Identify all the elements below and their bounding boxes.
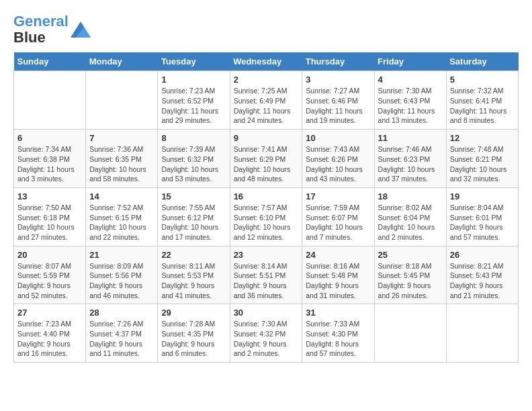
- day-detail: Sunrise: 8:14 AM Sunset: 5:51 PM Dayligh…: [234, 261, 299, 301]
- day-number: 29: [161, 308, 226, 318]
- calendar-cell: 31Sunrise: 7:33 AM Sunset: 4:30 PM Dayli…: [302, 304, 374, 363]
- week-row-2: 6Sunrise: 7:34 AM Sunset: 6:38 PM Daylig…: [14, 130, 519, 188]
- calendar-cell: 3Sunrise: 7:27 AM Sunset: 6:46 PM Daylig…: [302, 71, 374, 130]
- logo: GeneralBlue: [13, 13, 91, 46]
- day-header-sunday: Sunday: [14, 52, 86, 71]
- day-detail: Sunrise: 7:36 AM Sunset: 6:35 PM Dayligh…: [89, 144, 154, 184]
- day-detail: Sunrise: 7:43 AM Sunset: 6:26 PM Dayligh…: [306, 144, 370, 184]
- day-number: 5: [450, 75, 515, 85]
- calendar-cell: 24Sunrise: 8:16 AM Sunset: 5:48 PM Dayli…: [302, 246, 374, 304]
- day-detail: Sunrise: 8:07 AM Sunset: 5:59 PM Dayligh…: [17, 261, 82, 301]
- week-row-3: 13Sunrise: 7:50 AM Sunset: 6:18 PM Dayli…: [14, 187, 519, 246]
- day-number: 1: [161, 75, 226, 85]
- day-detail: Sunrise: 7:27 AM Sunset: 6:46 PM Dayligh…: [306, 86, 370, 126]
- day-detail: Sunrise: 7:48 AM Sunset: 6:21 PM Dayligh…: [450, 144, 515, 184]
- day-number: 20: [17, 250, 82, 260]
- day-header-friday: Friday: [374, 52, 446, 71]
- day-detail: Sunrise: 7:23 AM Sunset: 4:40 PM Dayligh…: [17, 319, 82, 359]
- day-number: 3: [306, 75, 370, 85]
- day-header-tuesday: Tuesday: [158, 52, 230, 71]
- calendar-cell: 26Sunrise: 8:21 AM Sunset: 5:43 PM Dayli…: [446, 246, 518, 304]
- day-number: 24: [306, 250, 370, 260]
- day-detail: Sunrise: 7:50 AM Sunset: 6:18 PM Dayligh…: [17, 203, 82, 242]
- day-detail: Sunrise: 7:52 AM Sunset: 6:15 PM Dayligh…: [89, 203, 154, 242]
- day-number: 6: [17, 133, 82, 143]
- day-detail: Sunrise: 8:16 AM Sunset: 5:48 PM Dayligh…: [306, 261, 370, 301]
- day-number: 27: [17, 308, 82, 318]
- day-number: 17: [306, 191, 370, 201]
- day-detail: Sunrise: 7:59 AM Sunset: 6:07 PM Dayligh…: [306, 203, 370, 242]
- day-number: 30: [234, 308, 299, 318]
- day-detail: Sunrise: 7:26 AM Sunset: 4:37 PM Dayligh…: [89, 319, 154, 359]
- day-detail: Sunrise: 7:41 AM Sunset: 6:29 PM Dayligh…: [234, 144, 299, 184]
- day-number: 28: [89, 308, 154, 318]
- week-row-5: 27Sunrise: 7:23 AM Sunset: 4:40 PM Dayli…: [14, 304, 519, 363]
- day-number: 16: [234, 191, 299, 201]
- day-detail: Sunrise: 7:33 AM Sunset: 4:30 PM Dayligh…: [306, 319, 370, 359]
- calendar-cell: 9Sunrise: 7:41 AM Sunset: 6:29 PM Daylig…: [230, 130, 302, 188]
- day-number: 10: [306, 133, 370, 143]
- calendar-cell: 27Sunrise: 7:23 AM Sunset: 4:40 PM Dayli…: [14, 304, 86, 363]
- day-detail: Sunrise: 7:57 AM Sunset: 6:10 PM Dayligh…: [234, 203, 299, 242]
- day-detail: Sunrise: 7:32 AM Sunset: 6:41 PM Dayligh…: [450, 86, 515, 126]
- day-header-saturday: Saturday: [446, 52, 518, 71]
- page-header: GeneralBlue: [13, 13, 519, 46]
- day-number: 26: [450, 250, 515, 260]
- calendar-cell: 14Sunrise: 7:52 AM Sunset: 6:15 PM Dayli…: [86, 187, 158, 246]
- calendar-cell: 16Sunrise: 7:57 AM Sunset: 6:10 PM Dayli…: [230, 187, 302, 246]
- day-number: 31: [306, 308, 370, 318]
- logo-text: GeneralBlue: [13, 13, 69, 46]
- day-detail: Sunrise: 7:55 AM Sunset: 6:12 PM Dayligh…: [161, 203, 226, 242]
- day-detail: Sunrise: 7:30 AM Sunset: 4:32 PM Dayligh…: [234, 319, 299, 359]
- calendar-cell: 21Sunrise: 8:09 AM Sunset: 5:56 PM Dayli…: [86, 246, 158, 304]
- day-number: 8: [161, 133, 226, 143]
- calendar-cell: 10Sunrise: 7:43 AM Sunset: 6:26 PM Dayli…: [302, 130, 374, 188]
- calendar-cell: 6Sunrise: 7:34 AM Sunset: 6:38 PM Daylig…: [14, 130, 86, 188]
- calendar-table: SundayMondayTuesdayWednesdayThursdayFrid…: [13, 52, 519, 363]
- day-number: 23: [234, 250, 299, 260]
- day-detail: Sunrise: 7:34 AM Sunset: 6:38 PM Dayligh…: [17, 144, 82, 184]
- calendar-cell: 22Sunrise: 8:11 AM Sunset: 5:53 PM Dayli…: [158, 246, 230, 304]
- day-detail: Sunrise: 8:02 AM Sunset: 6:04 PM Dayligh…: [378, 203, 443, 242]
- calendar-cell: 29Sunrise: 7:28 AM Sunset: 4:35 PM Dayli…: [158, 304, 230, 363]
- day-number: 7: [89, 133, 154, 143]
- day-number: 14: [89, 191, 154, 201]
- calendar-cell: [14, 71, 86, 130]
- day-number: 2: [234, 75, 299, 85]
- day-number: 4: [378, 75, 443, 85]
- calendar-cell: 13Sunrise: 7:50 AM Sunset: 6:18 PM Dayli…: [14, 187, 86, 246]
- calendar-cell: 12Sunrise: 7:48 AM Sunset: 6:21 PM Dayli…: [446, 130, 518, 188]
- day-detail: Sunrise: 8:11 AM Sunset: 5:53 PM Dayligh…: [161, 261, 226, 301]
- day-number: 9: [234, 133, 299, 143]
- day-detail: Sunrise: 7:46 AM Sunset: 6:23 PM Dayligh…: [378, 144, 443, 184]
- week-row-1: 1Sunrise: 7:23 AM Sunset: 6:52 PM Daylig…: [14, 71, 519, 130]
- calendar-cell: 11Sunrise: 7:46 AM Sunset: 6:23 PM Dayli…: [374, 130, 446, 188]
- day-detail: Sunrise: 7:23 AM Sunset: 6:52 PM Dayligh…: [161, 86, 226, 126]
- calendar-cell: 30Sunrise: 7:30 AM Sunset: 4:32 PM Dayli…: [230, 304, 302, 363]
- day-detail: Sunrise: 8:09 AM Sunset: 5:56 PM Dayligh…: [89, 261, 154, 301]
- calendar-cell: [374, 304, 446, 363]
- week-row-4: 20Sunrise: 8:07 AM Sunset: 5:59 PM Dayli…: [14, 246, 519, 304]
- day-detail: Sunrise: 7:30 AM Sunset: 6:43 PM Dayligh…: [378, 86, 443, 126]
- calendar-cell: 20Sunrise: 8:07 AM Sunset: 5:59 PM Dayli…: [14, 246, 86, 304]
- day-detail: Sunrise: 8:21 AM Sunset: 5:43 PM Dayligh…: [450, 261, 515, 301]
- calendar-cell: 4Sunrise: 7:30 AM Sunset: 6:43 PM Daylig…: [374, 71, 446, 130]
- day-number: 15: [161, 191, 226, 201]
- day-detail: Sunrise: 8:18 AM Sunset: 5:45 PM Dayligh…: [378, 261, 443, 301]
- calendar-cell: 8Sunrise: 7:39 AM Sunset: 6:32 PM Daylig…: [158, 130, 230, 188]
- calendar-cell: 25Sunrise: 8:18 AM Sunset: 5:45 PM Dayli…: [374, 246, 446, 304]
- day-number: 13: [17, 191, 82, 201]
- day-number: 18: [378, 191, 443, 201]
- day-header-thursday: Thursday: [302, 52, 374, 71]
- calendar-cell: 28Sunrise: 7:26 AM Sunset: 4:37 PM Dayli…: [86, 304, 158, 363]
- day-number: 22: [161, 250, 226, 260]
- day-detail: Sunrise: 7:39 AM Sunset: 6:32 PM Dayligh…: [161, 144, 226, 184]
- day-number: 21: [89, 250, 154, 260]
- logo-icon: [71, 21, 91, 38]
- day-header-wednesday: Wednesday: [230, 52, 302, 71]
- calendar-cell: 5Sunrise: 7:32 AM Sunset: 6:41 PM Daylig…: [446, 71, 518, 130]
- calendar-cell: 17Sunrise: 7:59 AM Sunset: 6:07 PM Dayli…: [302, 187, 374, 246]
- header-row: SundayMondayTuesdayWednesdayThursdayFrid…: [14, 52, 519, 71]
- calendar-cell: [446, 304, 518, 363]
- day-number: 19: [450, 191, 515, 201]
